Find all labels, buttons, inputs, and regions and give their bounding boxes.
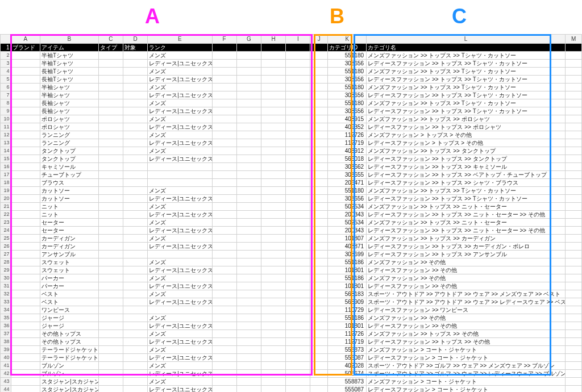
- cell[interactable]: メンズファッション >> トップス >> Tシャツ・カットソー: [367, 68, 566, 76]
- cell[interactable]: [566, 243, 582, 251]
- table-row[interactable]: 28スウェットメンズ551186メンズファッション >> その他: [1, 258, 582, 266]
- cell[interactable]: レディースファッション >> トップス >> Tシャツ・カットソー: [367, 195, 566, 203]
- cell[interactable]: [236, 243, 261, 251]
- cell[interactable]: [310, 171, 328, 179]
- cell[interactable]: [261, 266, 285, 274]
- table-row[interactable]: 43スタジャン|スカジャン|ダウンジャケットメンズ558873メンズファッション…: [1, 378, 582, 386]
- cell[interactable]: [123, 139, 148, 147]
- cell[interactable]: [123, 203, 148, 211]
- cell[interactable]: [236, 187, 261, 195]
- cell[interactable]: 303656: [328, 107, 367, 115]
- cell[interactable]: [310, 76, 328, 84]
- cell[interactable]: レディース|ユニセックス: [148, 91, 212, 99]
- cell[interactable]: メンズファッション >> トップス >> Tシャツ・カットソー: [367, 84, 566, 91]
- cell[interactable]: [236, 203, 261, 211]
- cell[interactable]: [236, 346, 261, 354]
- cell[interactable]: パーカー: [40, 274, 98, 282]
- cell[interactable]: [212, 338, 236, 346]
- cell[interactable]: [566, 123, 582, 131]
- cell[interactable]: スウェット: [40, 258, 98, 266]
- cell[interactable]: [261, 107, 285, 115]
- cell[interactable]: [123, 99, 148, 107]
- cell[interactable]: アンサンブル: [40, 251, 98, 258]
- cell[interactable]: レディース|ユニセックス: [148, 298, 212, 306]
- col-header-M[interactable]: M: [566, 35, 582, 44]
- cell[interactable]: [286, 235, 310, 243]
- cell[interactable]: スポーツ・アウトドア >> アウトドア >> ウェア >> メンズウェア >> …: [367, 290, 566, 298]
- cell[interactable]: [310, 258, 328, 266]
- table-row[interactable]: 10ポロシャツメンズ403915メンズファッション >> トップス >> ポロシ…: [1, 115, 582, 123]
- cell[interactable]: [566, 314, 582, 322]
- cell[interactable]: レディース|ユニセックス: [148, 139, 212, 147]
- row-header[interactable]: 7: [1, 91, 11, 99]
- cell[interactable]: [123, 330, 148, 338]
- cell[interactable]: [261, 378, 285, 386]
- cell[interactable]: [310, 330, 328, 338]
- cell[interactable]: [261, 99, 285, 107]
- cell[interactable]: レディースファッション >> トップス >> Tシャツ・カットソー: [367, 60, 566, 68]
- table-row[interactable]: 29スウェットレディース|ユニセックス101801レディースファッション >> …: [1, 266, 582, 274]
- cell[interactable]: [212, 179, 236, 187]
- cell[interactable]: [123, 362, 148, 370]
- cell[interactable]: [566, 370, 582, 378]
- cell[interactable]: [261, 243, 285, 251]
- cell[interactable]: ブルゾン: [40, 362, 98, 370]
- cell[interactable]: 303656: [328, 91, 367, 99]
- cell[interactable]: [98, 370, 123, 378]
- cell[interactable]: [11, 179, 40, 187]
- cell[interactable]: [212, 243, 236, 251]
- cell[interactable]: [98, 290, 123, 298]
- cell[interactable]: レディースファッション >> トップス >> アンサンブル: [367, 251, 566, 258]
- cell[interactable]: ポロシャツ: [40, 123, 98, 131]
- cell[interactable]: [566, 203, 582, 211]
- cell[interactable]: 551180: [328, 99, 367, 107]
- cell[interactable]: [286, 219, 310, 227]
- header-cell[interactable]: カテゴリ名: [367, 44, 566, 52]
- cell[interactable]: [11, 282, 40, 290]
- cell[interactable]: [286, 258, 310, 266]
- cell[interactable]: [11, 139, 40, 147]
- cell[interactable]: [566, 306, 582, 314]
- table-row[interactable]: 32ベストメンズ563183スポーツ・アウトドア >> アウトドア >> ウェア…: [1, 290, 582, 298]
- header-cell[interactable]: [310, 44, 328, 52]
- cell[interactable]: [286, 227, 310, 235]
- table-row[interactable]: 38その他トップスレディース|ユニセックス112719レディースファッション >…: [1, 338, 582, 346]
- cell[interactable]: 303699: [328, 251, 367, 258]
- cell[interactable]: [212, 60, 236, 68]
- row-header[interactable]: 39: [1, 346, 11, 354]
- cell[interactable]: [236, 76, 261, 84]
- cell[interactable]: [236, 274, 261, 282]
- cell[interactable]: [98, 211, 123, 219]
- cell[interactable]: [212, 251, 236, 258]
- cell[interactable]: [98, 354, 123, 362]
- row-header[interactable]: 22: [1, 211, 11, 219]
- row-header[interactable]: 25: [1, 235, 11, 243]
- cell[interactable]: [310, 227, 328, 235]
- cell[interactable]: [566, 147, 582, 155]
- cell[interactable]: [212, 227, 236, 235]
- cell[interactable]: [98, 235, 123, 243]
- cell[interactable]: [11, 163, 40, 171]
- cell[interactable]: [261, 195, 285, 203]
- table-row[interactable]: 44スタジャン|スカジャン|ダウンジャケットレディース|ユニセックス555087…: [1, 386, 582, 393]
- table-row[interactable]: 12ランニングメンズ112726メンズファッション > トップス > その他: [1, 131, 582, 139]
- cell[interactable]: [261, 163, 285, 171]
- cell[interactable]: [11, 203, 40, 211]
- cell[interactable]: メンズ: [148, 314, 212, 322]
- table-row[interactable]: 40テーラードジャケット|デニムジャケットレディース|ユニセックス555087レ…: [1, 354, 582, 362]
- cell[interactable]: [123, 123, 148, 131]
- cell[interactable]: 409352: [328, 123, 367, 131]
- cell[interactable]: [98, 251, 123, 258]
- table-row[interactable]: 19カットソーメンズ551180メンズファッション >> トップス >> Tシャ…: [1, 187, 582, 195]
- cell[interactable]: [212, 99, 236, 107]
- cell[interactable]: [286, 203, 310, 211]
- cell[interactable]: レディースファッション >> その他: [367, 266, 566, 274]
- cell[interactable]: [236, 290, 261, 298]
- cell[interactable]: [566, 274, 582, 282]
- cell[interactable]: [98, 378, 123, 386]
- cell[interactable]: [212, 378, 236, 386]
- cell[interactable]: [566, 322, 582, 330]
- cell[interactable]: [236, 211, 261, 219]
- cell[interactable]: [286, 243, 310, 251]
- cell[interactable]: 206471: [328, 179, 367, 187]
